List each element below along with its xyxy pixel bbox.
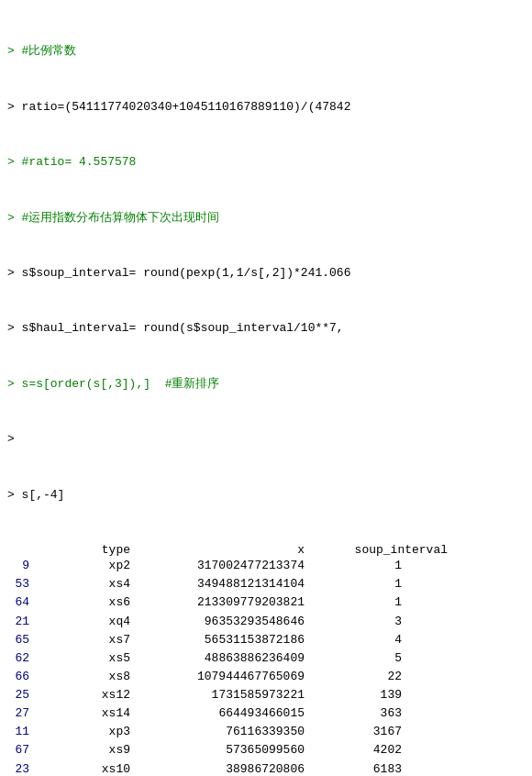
row-index-4: 65 [7,631,35,649]
row-index-6: 66 [7,668,35,686]
row-index-0: 9 [7,557,35,575]
row-type-2: xs6 [35,593,136,612]
line-2: > ratio=(54111774020340+1045110167889110… [7,98,525,116]
line-4: > #运用指数分布估算物体下次出现时间 [7,209,525,227]
line-6: > s$haul_interval= round(s$soup_interval… [7,319,525,338]
row-index-1: 53 [7,575,35,593]
comment-4: > #运用指数分布估算物体下次出现时间 [7,211,219,225]
line-7: > s=s[order(s[,3]),] #重新排序 [7,375,525,394]
table-row: 66 xs8 107944467765069 22 [7,668,525,686]
row-index-7: 25 [7,686,35,704]
comment-3: > #ratio= 4.557578 [7,155,136,169]
row-type-0: xp2 [35,557,136,575]
data-table: type x soup_interval 9 xp2 3170024772133… [7,543,525,776]
comment-7: > s=s[order(s[,3]),] #重新排序 [7,377,219,391]
table-row: 67 xs9 57365099560 4202 [7,741,525,759]
row-index-9: 11 [7,723,35,741]
row-x-1: 349488121314104 [136,575,310,593]
row-soup-9: 3167 [310,723,402,741]
row-x-4: 56531153872186 [136,631,310,649]
row-type-6: xs8 [35,668,136,686]
code-lines: > #比例常数 > ratio=(54111774020340+10451101… [7,6,525,541]
row-soup-10: 4202 [310,741,402,759]
prompt-5: > s$soup_interval= round(pexp(1,1/s[,2])… [7,266,350,280]
row-soup-7: 139 [310,686,402,704]
row-type-8: xs14 [35,704,136,723]
row-x-8: 664493466015 [136,704,310,723]
table-row: 65 xs7 56531153872186 4 [7,631,525,649]
empty-8: > [7,432,15,446]
row-soup-4: 4 [310,631,402,649]
line-3: > #ratio= 4.557578 [7,153,525,172]
row-type-9: xp3 [35,723,136,741]
row-x-11: 38986720806 [136,760,310,776]
prompt-2: > ratio=(54111774020340+1045110167889110… [7,100,350,114]
line-5: > s$soup_interval= round(pexp(1,1/s[,2])… [7,264,525,283]
table-row: 27 xs14 664493466015 363 [7,704,525,723]
row-x-9: 76116339350 [136,723,310,741]
table-row: 23 xs10 38986720806 6183 [7,760,525,776]
row-x-3: 96353293548646 [136,613,310,631]
prompt-9: > s[,-4] [7,488,64,502]
row-index-2: 64 [7,593,35,612]
row-type-3: xq4 [35,613,136,631]
row-soup-0: 1 [310,557,402,575]
row-soup-2: 1 [310,593,402,612]
row-type-10: xs9 [35,741,136,759]
header-index [7,543,35,557]
row-type-4: xs7 [35,631,136,649]
table-row: 21 xq4 96353293548646 3 [7,613,525,631]
row-index-3: 21 [7,613,35,631]
line-8: > [7,430,525,449]
row-type-11: xs10 [35,760,136,776]
header-soup-interval: soup_interval [310,543,448,557]
console-output: > #比例常数 > ratio=(54111774020340+10451101… [0,0,532,776]
line-1: > #比例常数 [7,42,525,61]
comment-1: > #比例常数 [7,44,76,58]
table-row: 11 xp3 76116339350 3167 [7,723,525,741]
row-index-8: 27 [7,704,35,723]
row-x-2: 213309779203821 [136,593,310,612]
row-index-10: 67 [7,741,35,759]
table-row: 64 xs6 213309779203821 1 [7,593,525,612]
row-soup-11: 6183 [310,760,402,776]
table-row: 25 xs12 1731585973221 139 [7,686,525,704]
row-index-11: 23 [7,760,35,776]
table-row: 9 xp2 317002477213374 1 [7,557,525,575]
table-header: type x soup_interval [7,543,525,557]
table-row: 53 xs4 349488121314104 1 [7,575,525,593]
row-type-5: xs5 [35,649,136,668]
row-index-5: 62 [7,649,35,668]
row-soup-8: 363 [310,704,402,723]
row-type-1: xs4 [35,575,136,593]
row-soup-6: 22 [310,668,402,686]
row-x-6: 107944467765069 [136,668,310,686]
row-x-10: 57365099560 [136,741,310,759]
row-x-0: 317002477213374 [136,557,310,575]
row-soup-5: 5 [310,649,402,668]
line-9: > s[,-4] [7,486,525,504]
header-type: type [35,543,136,557]
row-soup-1: 1 [310,575,402,593]
row-x-5: 48863886236409 [136,649,310,668]
row-soup-3: 3 [310,613,402,631]
header-x: x [136,543,310,557]
prompt-6: > s$haul_interval= round(s$soup_interval… [7,321,344,335]
row-x-7: 1731585973221 [136,686,310,704]
row-type-7: xs12 [35,686,136,704]
table-row: 62 xs5 48863886236409 5 [7,649,525,668]
